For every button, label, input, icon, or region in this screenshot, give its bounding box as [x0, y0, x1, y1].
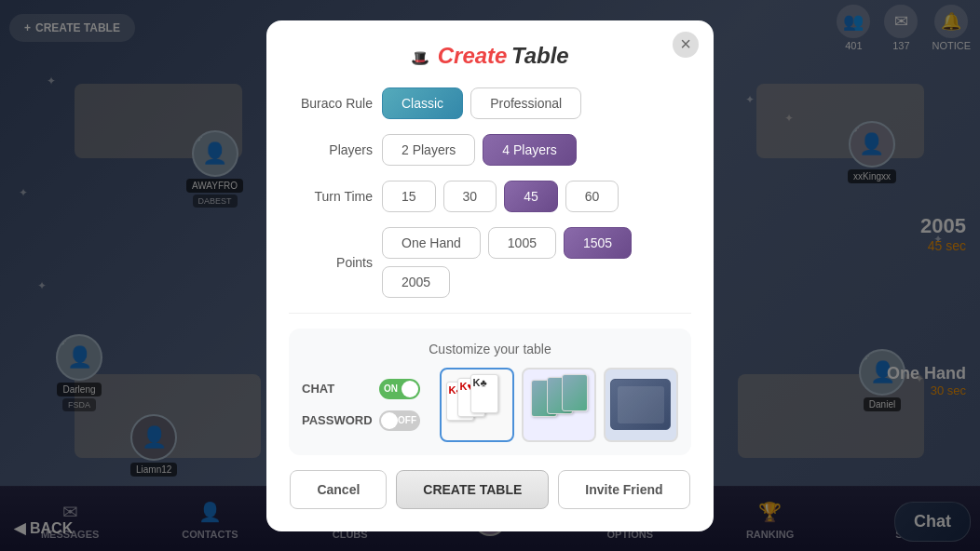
- time-15-option[interactable]: 15: [382, 181, 436, 212]
- classic-option[interactable]: Classic: [382, 87, 463, 119]
- customize-row: CHAT ON PASSWORD OFF: [302, 368, 678, 442]
- time-45-option[interactable]: 45: [504, 181, 558, 212]
- professional-option[interactable]: Professional: [470, 87, 581, 119]
- points-2005-option[interactable]: 2005: [382, 266, 450, 298]
- 2players-option[interactable]: 2 Players: [382, 134, 475, 166]
- invite-friend-button[interactable]: Invite Friend: [558, 470, 689, 509]
- card-backs-visual: [526, 372, 592, 437]
- card-k3: K♣: [470, 374, 498, 413]
- chat-toggle[interactable]: ON: [379, 379, 420, 399]
- buraco-rule-label: Buraco Rule: [289, 96, 373, 111]
- buraco-rule-row: Buraco Rule Classic Professional: [289, 87, 691, 119]
- onehand-option[interactable]: One Hand: [382, 227, 481, 259]
- password-toggle-row: PASSWORD OFF: [302, 410, 420, 431]
- cancel-button[interactable]: Cancel: [290, 470, 387, 509]
- customize-section: Customize your table CHAT ON PASSWORD: [289, 329, 691, 455]
- card-design-3[interactable]: [604, 368, 678, 442]
- points-label: Points: [289, 255, 373, 270]
- divider: [289, 313, 691, 314]
- card-design-2[interactable]: [522, 368, 596, 442]
- create-table-modal: 🎩 Create Table × Buraco Rule Classic Pro…: [266, 20, 714, 531]
- players-label: Players: [289, 142, 373, 157]
- turn-time-options: 15 30 45 60: [382, 181, 619, 212]
- chat-label: CHAT: [302, 382, 372, 396]
- card-design-1[interactable]: K♠ K♥ K♣: [440, 368, 514, 442]
- customize-title: Customize your table: [302, 342, 678, 356]
- cards-visual: K♠ K♥ K♣: [444, 372, 510, 437]
- close-button[interactable]: ×: [673, 32, 699, 58]
- points-options: One Hand 1005 1505 2005: [382, 227, 691, 298]
- 4players-option[interactable]: 4 Players: [483, 134, 576, 166]
- create-table-button[interactable]: CREATE TABLE: [396, 470, 549, 509]
- card-options-container: K♠ K♥ K♣: [439, 368, 678, 442]
- table-suffix: Table: [511, 43, 569, 68]
- create-prefix: Create: [438, 43, 508, 68]
- password-toggle[interactable]: OFF: [379, 410, 420, 431]
- time-60-option[interactable]: 60: [565, 181, 619, 212]
- buraco-rule-options: Classic Professional: [382, 87, 581, 119]
- points-row: Points One Hand 1005 1505 2005: [289, 227, 691, 298]
- turn-time-row: Turn Time 15 30 45 60: [289, 181, 691, 212]
- password-label: PASSWORD: [302, 413, 372, 427]
- toggles-column: CHAT ON PASSWORD OFF: [302, 379, 420, 431]
- table-inner: [618, 386, 664, 423]
- time-30-option[interactable]: 30: [443, 181, 497, 212]
- password-toggle-state: OFF: [398, 415, 416, 425]
- players-options: 2 Players 4 Players: [382, 134, 577, 166]
- chat-toggle-state: ON: [384, 383, 398, 394]
- points-1505-option[interactable]: 1505: [564, 227, 632, 259]
- modal-overlay: 🎩 Create Table × Buraco Rule Classic Pro…: [0, 0, 980, 551]
- modal-footer: Cancel CREATE TABLE Invite Friend: [289, 470, 691, 509]
- password-toggle-knob: [381, 412, 398, 429]
- chat-toggle-row: CHAT ON: [302, 379, 420, 399]
- chat-toggle-knob: [402, 381, 418, 397]
- modal-title-area: 🎩 Create Table: [289, 43, 691, 69]
- hat-icon: 🎩: [411, 49, 429, 67]
- turn-time-label: Turn Time: [289, 189, 373, 204]
- card-back-3: [562, 374, 588, 411]
- players-row: Players 2 Players 4 Players: [289, 134, 691, 166]
- table-surface-visual: [610, 379, 671, 430]
- points-1005-option[interactable]: 1005: [488, 227, 556, 259]
